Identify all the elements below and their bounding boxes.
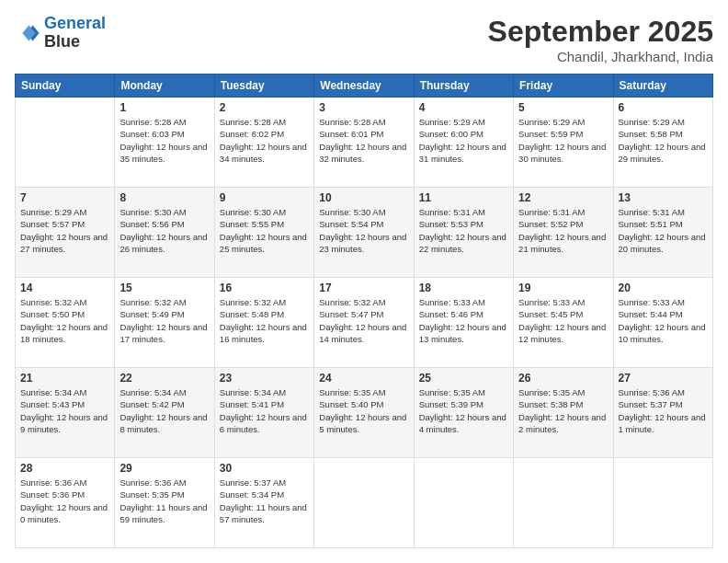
calendar-cell (414, 458, 513, 548)
calendar-cell: 5Sunrise: 5:29 AMSunset: 5:59 PMDaylight… (514, 98, 613, 188)
calendar-cell: 14Sunrise: 5:32 AMSunset: 5:50 PMDayligh… (16, 278, 115, 368)
day-info: Sunrise: 5:34 AMSunset: 5:41 PMDaylight:… (220, 386, 309, 435)
weekday-header: Wednesday (314, 75, 414, 98)
day-number: 20 (619, 282, 708, 294)
day-number: 15 (119, 282, 209, 294)
calendar-cell: 28Sunrise: 5:36 AMSunset: 5:36 PMDayligh… (16, 458, 115, 548)
calendar-week-row: 28Sunrise: 5:36 AMSunset: 5:36 PMDayligh… (16, 458, 713, 548)
calendar-cell: 6Sunrise: 5:29 AMSunset: 5:58 PMDaylight… (613, 98, 712, 188)
day-info: Sunrise: 5:35 AMSunset: 5:38 PMDaylight:… (518, 386, 608, 435)
day-info: Sunrise: 5:31 AMSunset: 5:52 PMDaylight:… (518, 206, 608, 255)
day-number: 8 (119, 191, 209, 204)
month-title: September 2025 (488, 15, 713, 49)
header-row: SundayMondayTuesdayWednesdayThursdayFrid… (16, 75, 713, 98)
calendar-cell (514, 458, 613, 548)
calendar-cell: 18Sunrise: 5:33 AMSunset: 5:46 PMDayligh… (414, 278, 513, 368)
calendar-cell: 8Sunrise: 5:30 AMSunset: 5:56 PMDaylight… (115, 188, 214, 278)
calendar-cell: 21Sunrise: 5:34 AMSunset: 5:43 PMDayligh… (16, 368, 115, 458)
day-info: Sunrise: 5:37 AMSunset: 5:34 PMDaylight:… (220, 477, 309, 525)
calendar-week-row: 1Sunrise: 5:28 AMSunset: 6:03 PMDaylight… (16, 98, 713, 188)
calendar-table: SundayMondayTuesdayWednesdayThursdayFrid… (15, 74, 713, 548)
day-info: Sunrise: 5:32 AMSunset: 5:50 PMDaylight:… (20, 296, 109, 345)
day-info: Sunrise: 5:28 AMSunset: 6:03 PMDaylight:… (119, 116, 209, 165)
day-number: 3 (319, 101, 408, 114)
calendar-cell: 7Sunrise: 5:29 AMSunset: 5:57 PMDaylight… (16, 188, 115, 278)
logo-line2: Blue (44, 33, 106, 52)
day-info: Sunrise: 5:33 AMSunset: 5:45 PMDaylight:… (518, 296, 608, 345)
day-number: 28 (20, 462, 109, 475)
title-block: September 2025 Chandil, Jharkhand, India (488, 15, 713, 64)
calendar-cell: 30Sunrise: 5:37 AMSunset: 5:34 PMDayligh… (214, 458, 313, 548)
calendar-cell: 24Sunrise: 5:35 AMSunset: 5:40 PMDayligh… (314, 368, 414, 458)
weekday-header: Sunday (16, 75, 115, 98)
day-info: Sunrise: 5:36 AMSunset: 5:35 PMDaylight:… (119, 477, 209, 525)
day-number: 14 (20, 282, 109, 294)
calendar-cell: 22Sunrise: 5:34 AMSunset: 5:42 PMDayligh… (115, 368, 214, 458)
day-info: Sunrise: 5:33 AMSunset: 5:44 PMDaylight:… (619, 296, 708, 345)
logo: General Blue (15, 15, 106, 52)
calendar-cell: 11Sunrise: 5:31 AMSunset: 5:53 PMDayligh… (414, 188, 513, 278)
calendar-cell: 12Sunrise: 5:31 AMSunset: 5:52 PMDayligh… (514, 188, 613, 278)
day-number: 17 (319, 282, 408, 294)
day-number: 26 (518, 372, 608, 385)
day-number: 18 (419, 282, 508, 294)
calendar-cell: 13Sunrise: 5:31 AMSunset: 5:51 PMDayligh… (613, 188, 712, 278)
calendar-cell: 29Sunrise: 5:36 AMSunset: 5:35 PMDayligh… (115, 458, 214, 548)
day-info: Sunrise: 5:34 AMSunset: 5:43 PMDaylight:… (20, 386, 109, 435)
day-number: 27 (619, 372, 708, 385)
day-info: Sunrise: 5:32 AMSunset: 5:47 PMDaylight:… (319, 296, 408, 345)
calendar-cell: 26Sunrise: 5:35 AMSunset: 5:38 PMDayligh… (514, 368, 613, 458)
location: Chandil, Jharkhand, India (488, 49, 713, 64)
logo-text: General Blue (44, 15, 106, 52)
day-number: 25 (419, 372, 508, 385)
day-info: Sunrise: 5:28 AMSunset: 6:01 PMDaylight:… (319, 116, 408, 165)
day-info: Sunrise: 5:36 AMSunset: 5:36 PMDaylight:… (20, 477, 109, 525)
day-info: Sunrise: 5:28 AMSunset: 6:02 PMDaylight:… (220, 116, 309, 165)
day-number: 16 (220, 282, 309, 294)
day-info: Sunrise: 5:35 AMSunset: 5:39 PMDaylight:… (419, 386, 508, 435)
calendar-cell: 2Sunrise: 5:28 AMSunset: 6:02 PMDaylight… (214, 98, 313, 188)
day-info: Sunrise: 5:36 AMSunset: 5:37 PMDaylight:… (619, 386, 708, 435)
day-info: Sunrise: 5:32 AMSunset: 5:48 PMDaylight:… (220, 296, 309, 345)
day-number: 30 (220, 462, 309, 475)
day-number: 22 (119, 372, 209, 385)
calendar-cell (16, 98, 115, 188)
weekday-header: Friday (514, 75, 613, 98)
calendar-cell: 19Sunrise: 5:33 AMSunset: 5:45 PMDayligh… (514, 278, 613, 368)
calendar-cell: 23Sunrise: 5:34 AMSunset: 5:41 PMDayligh… (214, 368, 313, 458)
day-info: Sunrise: 5:30 AMSunset: 5:54 PMDaylight:… (319, 206, 408, 255)
day-info: Sunrise: 5:31 AMSunset: 5:53 PMDaylight:… (419, 206, 508, 255)
page: General Blue September 2025 Chandil, Jha… (0, 0, 728, 563)
calendar-cell: 25Sunrise: 5:35 AMSunset: 5:39 PMDayligh… (414, 368, 513, 458)
header: General Blue September 2025 Chandil, Jha… (15, 15, 713, 64)
calendar-cell: 15Sunrise: 5:32 AMSunset: 5:49 PMDayligh… (115, 278, 214, 368)
day-number: 6 (619, 101, 708, 114)
day-info: Sunrise: 5:30 AMSunset: 5:56 PMDaylight:… (119, 206, 209, 255)
day-number: 12 (518, 191, 608, 204)
calendar-cell (613, 458, 712, 548)
calendar-cell: 9Sunrise: 5:30 AMSunset: 5:55 PMDaylight… (214, 188, 313, 278)
day-info: Sunrise: 5:29 AMSunset: 5:57 PMDaylight:… (20, 206, 109, 255)
day-info: Sunrise: 5:30 AMSunset: 5:55 PMDaylight:… (220, 206, 309, 255)
calendar-week-row: 14Sunrise: 5:32 AMSunset: 5:50 PMDayligh… (16, 278, 713, 368)
day-number: 4 (419, 101, 508, 114)
day-number: 29 (119, 462, 209, 475)
day-number: 21 (20, 372, 109, 385)
calendar-cell: 10Sunrise: 5:30 AMSunset: 5:54 PMDayligh… (314, 188, 414, 278)
day-number: 11 (419, 191, 508, 204)
day-info: Sunrise: 5:31 AMSunset: 5:51 PMDaylight:… (619, 206, 708, 255)
day-number: 23 (220, 372, 309, 385)
weekday-header: Thursday (414, 75, 513, 98)
day-number: 10 (319, 191, 408, 204)
day-number: 24 (319, 372, 408, 385)
calendar-week-row: 7Sunrise: 5:29 AMSunset: 5:57 PMDaylight… (16, 188, 713, 278)
day-info: Sunrise: 5:29 AMSunset: 6:00 PMDaylight:… (419, 116, 508, 165)
calendar-cell (314, 458, 414, 548)
calendar-cell: 17Sunrise: 5:32 AMSunset: 5:47 PMDayligh… (314, 278, 414, 368)
day-number: 19 (518, 282, 608, 294)
day-info: Sunrise: 5:35 AMSunset: 5:40 PMDaylight:… (319, 386, 408, 435)
day-info: Sunrise: 5:29 AMSunset: 5:58 PMDaylight:… (619, 116, 708, 165)
day-info: Sunrise: 5:29 AMSunset: 5:59 PMDaylight:… (518, 116, 608, 165)
calendar-week-row: 21Sunrise: 5:34 AMSunset: 5:43 PMDayligh… (16, 368, 713, 458)
day-number: 1 (119, 101, 209, 114)
